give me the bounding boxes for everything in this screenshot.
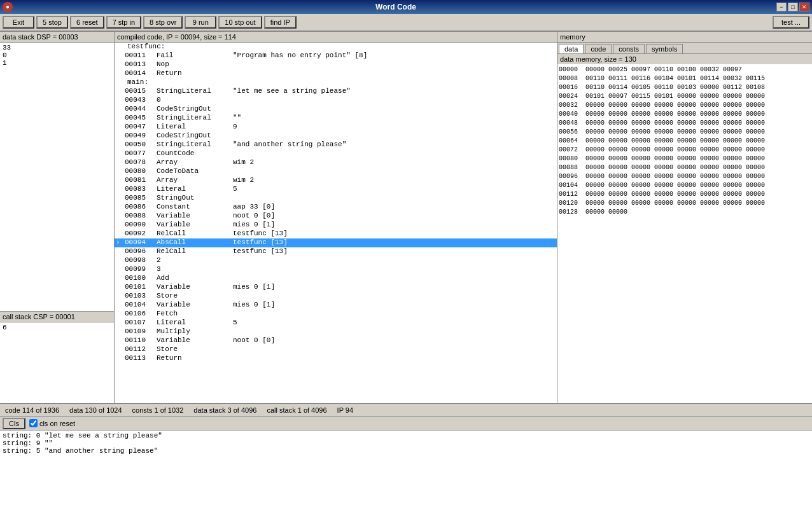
- find-ip-button[interactable]: find IP: [264, 16, 297, 29]
- code-line: 00112 Store: [115, 345, 557, 354]
- mem-val: 00000: [746, 155, 766, 163]
- mem-val: 00000: [654, 146, 675, 155]
- window-icon: ●: [3, 2, 13, 12]
- code-line: 00085 StringOut: [115, 194, 557, 203]
- code-op: Store: [157, 292, 233, 301]
- mem-val: 00000: [677, 181, 697, 190]
- code-arg: "and another string please": [233, 141, 556, 149]
- code-op: StringLiteral: [157, 141, 233, 149]
- memory-tabs: data code consts symbols: [557, 43, 812, 54]
- data-stack-content: 33 0 1: [0, 43, 114, 311]
- mem-val: 00103: [677, 83, 697, 92]
- mem-val: 00000: [746, 146, 766, 155]
- code-line: 00110 Variable noot 0 [0]: [115, 336, 557, 345]
- mem-val: 00000: [700, 163, 720, 172]
- exit-button[interactable]: Exit: [3, 16, 34, 29]
- mem-val: 00000: [723, 199, 743, 208]
- step-out-button[interactable]: 10 stp out: [218, 16, 262, 29]
- code-line: 00015 StringLiteral "let me see a string…: [115, 87, 557, 96]
- code-addr: 00013: [125, 60, 157, 69]
- code-arg: [233, 292, 556, 301]
- code-op: StringOut: [157, 194, 233, 203]
- mem-val: 00000: [677, 137, 697, 146]
- stop-button[interactable]: 5 stop: [36, 16, 68, 29]
- code-addr: 00094: [125, 238, 157, 247]
- step-in-button[interactable]: 7 stp in: [106, 16, 141, 29]
- code-line: 00045 StringLiteral "": [115, 114, 557, 123]
- code-line: 00100 Add: [115, 274, 557, 283]
- arrow: [116, 52, 125, 60]
- code-op: Multiply: [157, 327, 233, 336]
- code-line: 00049 CodeStringOut: [115, 132, 557, 141]
- code-op: RelCall: [157, 247, 233, 256]
- code-arg: [233, 354, 556, 363]
- code-addr: 00078: [125, 158, 157, 167]
- arrow: [116, 345, 125, 354]
- code-line: 00077 CountCode: [115, 149, 557, 158]
- code-line: 00080 CodeToData: [115, 167, 557, 176]
- arrow: [116, 123, 125, 132]
- consts-status: consts 1 of 1032: [132, 406, 184, 414]
- mem-val: 00000: [654, 190, 675, 199]
- run-button[interactable]: 9 run: [185, 16, 216, 29]
- table-row: 0002400101000970011500101000000000000000…: [559, 92, 811, 101]
- arrow: [116, 60, 125, 69]
- mem-val: 00000: [585, 101, 606, 110]
- code-status: code 114 of 1936: [5, 406, 59, 414]
- mem-val: 00000: [585, 128, 606, 137]
- memory-content[interactable]: 0000000000000250009700110001000003200097…: [557, 64, 812, 403]
- code-arg: 5: [233, 185, 556, 194]
- cls-button[interactable]: Cls: [3, 418, 25, 429]
- test-button[interactable]: test ...: [773, 16, 809, 29]
- table-row: 0007200000000000000000000000000000000000…: [559, 146, 811, 155]
- arrow: [116, 354, 125, 363]
- code-content[interactable]: testfunc: 00011 Fail "Program has no ent…: [115, 43, 557, 403]
- maximize-button[interactable]: □: [788, 3, 798, 11]
- tab-code[interactable]: code: [585, 44, 612, 53]
- arrow: [116, 194, 125, 203]
- code-op: 0: [157, 96, 233, 105]
- tab-data[interactable]: data: [559, 44, 584, 53]
- arrow: [116, 247, 125, 256]
- mem-val: 00000: [608, 110, 629, 119]
- code-addr: 00015: [125, 87, 157, 96]
- arrow: [116, 176, 125, 185]
- code-line: 00092 RelCall testfunc [13]: [115, 230, 557, 238]
- mem-val: 00000: [700, 146, 720, 155]
- code-addr: 00113: [125, 354, 157, 363]
- mem-val: 00110: [654, 83, 675, 92]
- arrow: [116, 185, 125, 194]
- mem-val: 00115: [746, 74, 766, 83]
- arrow: [116, 336, 125, 345]
- step-over-button[interactable]: 8 stp ovr: [143, 16, 183, 29]
- mem-val: 00110: [654, 65, 675, 74]
- close-button[interactable]: ✕: [799, 3, 809, 11]
- code-line: 00044 CodeStringOut: [115, 105, 557, 114]
- code-addr: 00044: [125, 105, 157, 114]
- tab-consts[interactable]: consts: [613, 44, 645, 53]
- reset-button[interactable]: 6 reset: [70, 16, 104, 29]
- code-addr: 00085: [125, 194, 157, 203]
- mem-val: 00000: [631, 101, 652, 110]
- code-op: StringLiteral: [157, 87, 233, 96]
- mem-val: 00000: [723, 92, 743, 101]
- mem-val: 00112: [723, 83, 743, 92]
- mem-val: 00000: [585, 137, 606, 146]
- table-row: 0000000000000250009700110001000003200097: [559, 65, 811, 74]
- minimize-button[interactable]: −: [776, 3, 787, 11]
- code-op: Variable: [157, 221, 233, 230]
- arrow: ›: [116, 238, 125, 247]
- code-arg: [233, 274, 556, 283]
- cls-on-reset-label[interactable]: cls on reset: [29, 419, 75, 427]
- mem-val: 00000: [585, 190, 606, 199]
- arrow: [116, 114, 125, 123]
- list-item: 1: [3, 59, 111, 67]
- code-arg: testfunc [13]: [233, 238, 556, 247]
- code-addr: 00103: [125, 292, 157, 301]
- arrow: [116, 78, 125, 87]
- mem-val: 00000: [700, 83, 720, 92]
- mem-val: 00032: [700, 65, 720, 74]
- tab-symbols[interactable]: symbols: [646, 44, 683, 53]
- cls-on-reset-checkbox[interactable]: [29, 419, 38, 427]
- mem-val: 00000: [700, 137, 720, 146]
